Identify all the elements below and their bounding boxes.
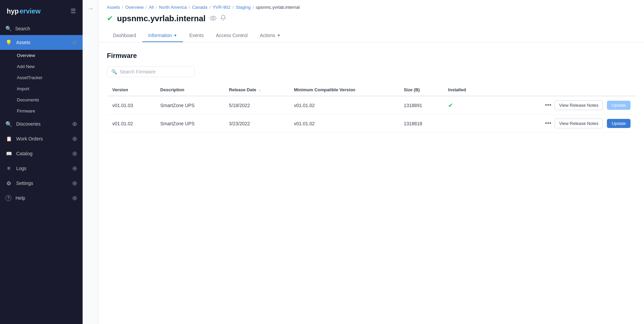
sidebar-sub-overview[interactable]: Overview	[0, 50, 83, 61]
row2-update-button[interactable]: Update	[607, 119, 631, 128]
discoveries-plus-icon[interactable]: ⊕	[72, 120, 77, 128]
sidebar-sub-documents[interactable]: Documents	[0, 94, 83, 105]
sidebar-logo: hyp erview ☰	[0, 0, 83, 22]
table-row: v01.01.03 SmartZone UPS 5/18/2022 v01.01…	[107, 96, 636, 115]
breadcrumb-current: upsnmc.yvrlab.internal	[256, 5, 300, 10]
col-release-date[interactable]: Release Date ↓	[224, 84, 289, 96]
sidebar-search[interactable]: 🔍 Search	[0, 22, 83, 35]
tab-information-label: Information	[148, 33, 172, 38]
tab-actions[interactable]: Actions ▼	[254, 29, 287, 42]
back-nav-area: →	[83, 0, 99, 324]
sep5: /	[209, 5, 211, 10]
actions-chevron-icon: ▼	[277, 33, 281, 37]
firmware-table: Version Description Release Date ↓ Minim…	[107, 84, 636, 133]
tab-access-control-label: Access Control	[216, 33, 247, 38]
import-label: Import	[17, 86, 29, 91]
sidebar: hyp erview ☰ 🔍 Search 💡 Assets ⊖ Overvie…	[0, 0, 83, 324]
installed-check-icon: ✔	[448, 102, 453, 109]
assets-collapse-icon[interactable]: ⊖	[72, 39, 77, 46]
back-arrow-button[interactable]: →	[87, 5, 94, 12]
breadcrumb-assets[interactable]: Assets	[107, 5, 120, 10]
row1-size: 1318891	[398, 96, 443, 115]
row1-installed: ✔	[443, 96, 486, 115]
release-date-sort-icon: ↓	[259, 88, 261, 92]
sidebar-sub-assettracker[interactable]: AssetTracker	[0, 72, 83, 83]
tab-events-label: Events	[189, 33, 204, 38]
sidebar-sub-addnew[interactable]: Add New	[0, 61, 83, 72]
breadcrumb-all[interactable]: All	[149, 5, 153, 10]
assets-icon: 💡	[5, 39, 12, 46]
svg-text:hyp: hyp	[7, 7, 19, 15]
sidebar-item-workorders[interactable]: 📋 Work Orders ⊕	[0, 131, 83, 146]
sidebar-item-settings[interactable]: ⚙ Settings ⊕	[0, 176, 83, 191]
workorders-plus-icon[interactable]: ⊕	[72, 135, 77, 142]
sep2: /	[146, 5, 147, 10]
sep4: /	[189, 5, 190, 10]
breadcrumb-canada[interactable]: Canada	[192, 5, 208, 10]
tab-access-control[interactable]: Access Control	[210, 29, 254, 42]
svg-point-3	[212, 17, 214, 19]
documents-label: Documents	[17, 97, 39, 102]
breadcrumb-yvr902[interactable]: YVR-902	[213, 5, 231, 10]
tab-dashboard[interactable]: Dashboard	[107, 29, 142, 42]
hamburger-button[interactable]: ☰	[70, 7, 76, 15]
sidebar-sub-firmware[interactable]: Firmware	[0, 105, 83, 117]
help-icon: ?	[5, 195, 11, 201]
sep7: /	[253, 5, 254, 10]
search-icon: 🔍	[5, 26, 12, 32]
catalog-plus-icon[interactable]: ⊕	[72, 150, 77, 157]
firmware-section-title: Firmware	[107, 52, 636, 60]
firmware-search-bar[interactable]: 🔍	[107, 66, 195, 77]
sidebar-item-discoveries[interactable]: 🔍 Discoveries ⊕	[0, 117, 83, 131]
col-size: Size (B)	[398, 84, 443, 96]
row1-description: SmartZone UPS	[155, 96, 224, 115]
col-min-compat-label: Minimum Compatible Version	[294, 87, 355, 92]
row2-actions-cell: ••• View Release Notes Update	[486, 115, 636, 133]
col-version: Version	[107, 84, 155, 96]
col-description: Description	[155, 84, 224, 96]
sidebar-item-settings-label: Settings	[16, 181, 33, 186]
row1-release-date: 5/18/2022	[224, 96, 289, 115]
col-release-date-label: Release Date	[229, 87, 256, 92]
svg-point-2	[210, 16, 216, 20]
logs-plus-icon[interactable]: ⊕	[72, 165, 77, 172]
breadcrumb-overview[interactable]: Overview	[125, 5, 144, 10]
sidebar-item-discoveries-label: Discoveries	[16, 121, 40, 127]
settings-plus-icon[interactable]: ⊕	[72, 180, 77, 187]
breadcrumb-northamerica[interactable]: North America	[159, 5, 187, 10]
col-installed-label: Installed	[448, 87, 466, 92]
row2-more-button[interactable]: •••	[543, 119, 553, 128]
sidebar-item-catalog[interactable]: 📖 Catalog ⊕	[0, 146, 83, 161]
main-content: Assets / Overview / All / North America …	[99, 0, 644, 324]
logo: hyp erview	[7, 6, 47, 16]
sep6: /	[232, 5, 234, 10]
sidebar-item-logs-label: Logs	[16, 166, 26, 171]
tab-dashboard-label: Dashboard	[113, 33, 136, 38]
firmware-search-input[interactable]	[120, 69, 190, 74]
sidebar-item-workorders-label: Work Orders	[16, 136, 43, 141]
sidebar-sub-import[interactable]: Import	[0, 83, 83, 94]
row2-view-notes-button[interactable]: View Release Notes	[555, 119, 603, 128]
row2-release-date: 3/23/2022	[224, 115, 289, 133]
bell-icon[interactable]	[221, 15, 226, 23]
tab-events[interactable]: Events	[183, 29, 210, 42]
row1-more-button[interactable]: •••	[543, 101, 553, 109]
row2-action-group: ••• View Release Notes Update	[492, 119, 631, 128]
row1-update-button[interactable]: Update	[607, 101, 631, 110]
sidebar-item-assets[interactable]: 💡 Assets ⊖	[0, 35, 83, 50]
col-actions-empty	[486, 84, 636, 96]
row1-action-group: ••• View Release Notes Update	[492, 100, 631, 110]
col-description-label: Description	[160, 87, 184, 92]
breadcrumb-staging[interactable]: Staging	[236, 5, 251, 10]
help-plus-icon[interactable]: ⊕	[72, 194, 77, 202]
sidebar-item-help[interactable]: ? Help ⊕	[0, 191, 83, 205]
status-check-icon: ✔	[107, 14, 113, 23]
row1-version: v01.01.03	[107, 96, 155, 115]
eye-icon[interactable]	[210, 15, 216, 22]
addnew-label: Add New	[17, 64, 35, 69]
sidebar-item-logs[interactable]: ≡ Logs ⊕	[0, 161, 83, 176]
row1-view-notes-button[interactable]: View Release Notes	[555, 100, 603, 110]
sidebar-item-catalog-label: Catalog	[16, 151, 32, 156]
sidebar-search-label: Search	[15, 26, 30, 31]
tab-information[interactable]: Information ▼	[142, 29, 183, 42]
